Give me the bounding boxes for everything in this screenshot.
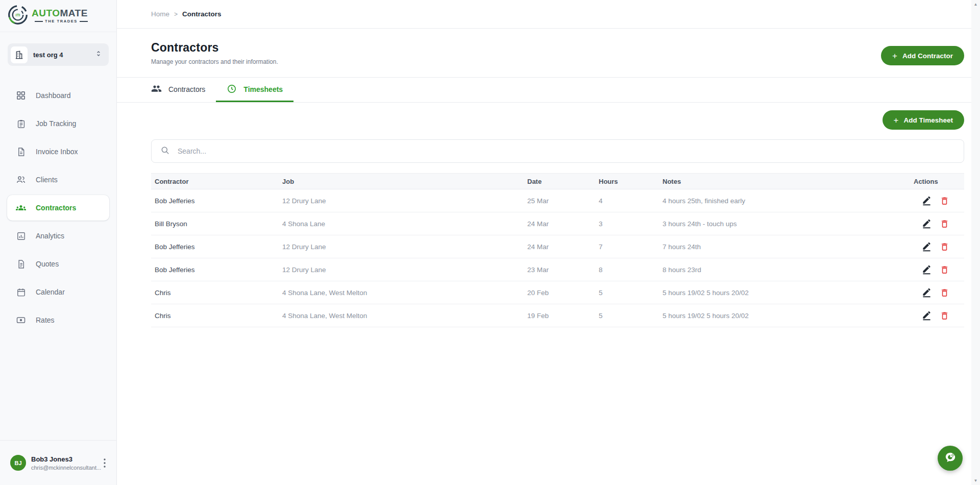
column-header-job: Job [279,174,524,189]
table-row: Bill Bryson 4 Shona Lane 24 Mar 3 3 hour… [151,212,964,235]
delete-trash-icon[interactable] [939,241,950,252]
tab-label: Timesheets [243,85,283,93]
column-header-date: Date [524,174,595,189]
delete-trash-icon[interactable] [939,287,950,298]
sidebar-item-analytics[interactable]: Analytics [7,223,109,249]
cell-hours: 5 [595,281,659,304]
sidebar-item-invoice-inbox[interactable]: Invoice Inbox [7,139,109,164]
sidebar-item-clients[interactable]: Clients [7,167,109,192]
calendar-icon [16,287,26,297]
edit-pencil-icon[interactable] [921,195,932,206]
edit-pencil-icon[interactable] [921,218,932,229]
search-box[interactable] [151,139,964,163]
brand-name-dark: MATE [60,8,87,18]
user-profile-box[interactable]: BJ Bob3 Jones3 chris@mckinnelconsultant.… [0,440,116,485]
cell-contractor: Bob Jefferies [151,235,279,258]
sidebar-item-calendar[interactable]: Calendar [7,279,109,305]
bar-chart-icon [16,231,26,241]
breadcrumb-home[interactable]: Home [151,10,169,18]
svg-text:iTi: iTi [15,13,20,17]
avatar: BJ [10,455,26,471]
column-header-actions: Actions [910,174,964,189]
cell-hours: 3 [595,212,659,235]
brand-header: iTi AUTOMATE THE TRADES [0,0,116,32]
cell-notes: 5 hours 19/02 5 hours 20/02 [659,304,910,327]
delete-trash-icon[interactable] [939,264,950,275]
clock-icon [227,84,237,95]
cell-date: 23 Mar [524,258,595,281]
page-title: Contractors [151,29,971,55]
vertical-scrollbar[interactable]: ▲ ▼ [971,0,980,485]
add-contractor-button[interactable]: + Add Contractor [881,46,964,65]
edit-pencil-icon[interactable] [921,287,932,298]
automate-logo-icon: iTi [7,4,29,28]
scrollbar-down-arrow[interactable]: ▼ [971,476,980,485]
people-outline-icon [16,175,26,185]
ai-chat-fab[interactable] [938,446,963,471]
brand-wordmark: AUTOMATE THE TRADES [32,8,88,23]
sidebar-item-job-tracking[interactable]: Job Tracking [7,111,109,136]
column-header-hours: Hours [595,174,659,189]
sidebar-item-label: Analytics [36,232,64,240]
delete-trash-icon[interactable] [939,195,950,206]
edit-pencil-icon[interactable] [921,264,932,275]
search-input[interactable] [178,147,955,155]
building-icon [11,46,28,63]
invoice-document-icon [16,147,26,157]
brand-tagline: THE TRADES [32,19,88,23]
sidebar-item-rates[interactable]: Rates [7,307,109,333]
sidebar-item-label: Contractors [36,204,76,212]
page-subtitle: Manage your contractors and their inform… [151,58,971,65]
cell-notes: 3 hours 24th - touch ups [659,212,910,235]
table-row: Bob Jefferies 12 Drury Lane 25 Mar 4 4 h… [151,189,964,212]
timesheets-table: Contractor Job Date Hours Notes Actions … [151,173,964,327]
sidebar-item-label: Invoice Inbox [36,148,78,156]
tab-timesheets[interactable]: Timesheets [216,78,293,102]
cell-date: 25 Mar [524,189,595,212]
cell-hours: 5 [595,304,659,327]
plus-icon: + [894,116,899,125]
table-row: Chris 4 Shona Lane, West Melton 19 Feb 5… [151,304,964,327]
cell-contractor: Chris [151,304,279,327]
clipboard-icon [16,118,26,129]
cell-hours: 8 [595,258,659,281]
cell-date: 19 Feb [524,304,595,327]
main-content: + Add Timesheet Contractor Job Date Hour… [117,103,971,485]
page-header: Contractors Manage your contractors and … [117,29,971,78]
breadcrumb-separator: > [174,11,178,18]
sidebar-item-label: Clients [36,176,58,184]
cell-date: 24 Mar [524,235,595,258]
dashboard-grid-icon [16,90,26,101]
delete-trash-icon[interactable] [939,310,950,321]
edit-pencil-icon[interactable] [921,310,932,321]
sidebar-item-contractors[interactable]: Contractors [7,195,109,221]
sidebar-item-dashboard[interactable]: Dashboard [7,83,109,108]
scrollbar-up-arrow[interactable]: ▲ [971,0,980,9]
sidebar-item-quotes[interactable]: Quotes [7,251,109,277]
cell-contractor: Chris [151,281,279,304]
edit-pencil-icon[interactable] [921,241,932,252]
table-row: Chris 4 Shona Lane, West Melton 20 Feb 5… [151,281,964,304]
cell-job: 12 Drury Lane [279,258,524,281]
vertical-dots-icon[interactable] [99,456,110,470]
sidebar: iTi AUTOMATE THE TRADES test org 4 [0,0,117,485]
add-timesheet-button[interactable]: + Add Timesheet [883,110,964,130]
breadcrumb-current: Contractors [182,10,222,18]
user-name: Bob3 Jones3 [31,455,94,463]
sidebar-item-label: Quotes [36,260,59,268]
tab-contractors[interactable]: Contractors [140,78,216,102]
sidebar-item-label: Dashboard [36,91,71,100]
cell-job: 12 Drury Lane [279,189,524,212]
delete-trash-icon[interactable] [939,218,950,229]
sidebar-item-label: Job Tracking [36,119,76,128]
org-selector[interactable]: test org 4 [8,43,109,66]
tabs-row: Contractors Timesheets [117,78,971,103]
cell-job: 4 Shona Lane, West Melton [279,281,524,304]
people-icon [151,83,162,95]
sidebar-nav: Dashboard Job Tracking Invoice Inbox [0,83,116,335]
cell-date: 20 Feb [524,281,595,304]
search-icon [160,146,170,157]
cell-notes: 4 hours 25th, finished early [659,189,910,212]
sidebar-item-label: Calendar [36,288,65,296]
table-header-row: Contractor Job Date Hours Notes Actions [151,174,964,189]
